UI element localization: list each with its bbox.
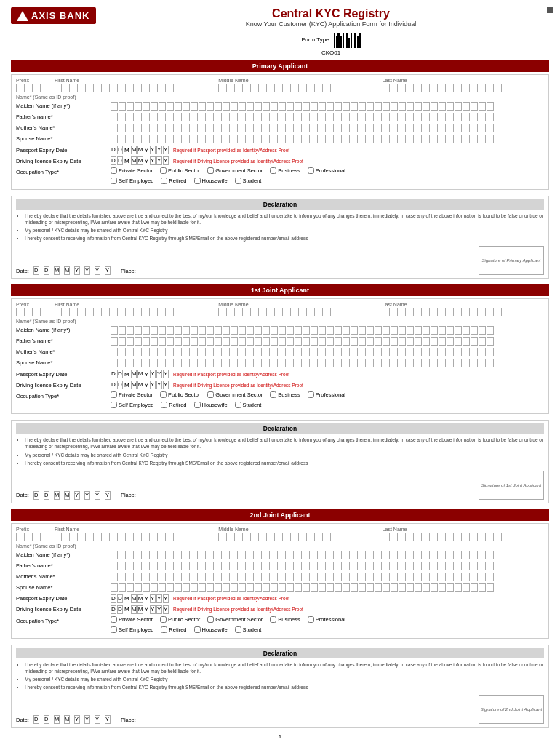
p-mn-3[interactable] bbox=[234, 84, 241, 92]
p-ln-7[interactable] bbox=[431, 84, 438, 92]
p-maiden-21[interactable] bbox=[271, 102, 278, 111]
p-fn-11[interactable] bbox=[135, 84, 142, 92]
p-fn-4[interactable] bbox=[79, 84, 86, 92]
p-mn-6[interactable] bbox=[258, 84, 265, 92]
p-ln-12[interactable] bbox=[471, 84, 478, 92]
p-mn-9[interactable] bbox=[282, 84, 289, 92]
p-maiden-30[interactable] bbox=[343, 102, 350, 111]
j2-occ-self[interactable]: Self Employed bbox=[111, 626, 153, 633]
p-fn-13[interactable] bbox=[151, 84, 158, 92]
p-maiden-38[interactable] bbox=[407, 102, 414, 111]
p-mn-2[interactable] bbox=[226, 84, 233, 92]
j2-occ-public[interactable]: Public Sector bbox=[160, 616, 200, 623]
p-pass-d1[interactable]: D bbox=[111, 146, 116, 154]
p-ln-8[interactable] bbox=[439, 84, 446, 92]
occ-private[interactable]: Private Sector bbox=[111, 167, 153, 174]
p-ln-4[interactable] bbox=[407, 84, 414, 92]
p-ln-11[interactable] bbox=[463, 84, 470, 92]
p-mn-4[interactable] bbox=[242, 84, 249, 92]
p-maiden-18[interactable] bbox=[247, 102, 254, 111]
p-maiden-16[interactable] bbox=[231, 102, 238, 111]
p-fn-8[interactable] bbox=[111, 84, 118, 92]
j2-occ-retired[interactable]: Retired bbox=[161, 626, 186, 633]
p-ln-14[interactable] bbox=[487, 84, 494, 92]
p-maiden-47[interactable] bbox=[479, 102, 486, 111]
p-maiden-20[interactable] bbox=[263, 102, 270, 111]
p-maiden-1[interactable] bbox=[111, 102, 118, 111]
prefix-box-3[interactable] bbox=[32, 84, 39, 92]
p-mn-1[interactable] bbox=[218, 84, 225, 92]
occ-housewife-checkbox[interactable] bbox=[194, 178, 201, 184]
occ-business[interactable]: Business bbox=[270, 167, 300, 174]
p-fn-12[interactable] bbox=[143, 84, 150, 92]
p-maiden-19[interactable] bbox=[255, 102, 262, 111]
p-fn-15[interactable] bbox=[167, 84, 174, 92]
p-maiden-14[interactable] bbox=[215, 102, 222, 111]
p-ln-1[interactable] bbox=[383, 84, 390, 92]
p-maiden-28[interactable] bbox=[327, 102, 334, 111]
p-maiden-23[interactable] bbox=[287, 102, 294, 111]
prefix-box-2[interactable] bbox=[24, 84, 31, 92]
p-maiden-8[interactable] bbox=[167, 102, 174, 111]
p-maiden-9[interactable] bbox=[175, 102, 182, 111]
p-fn-14[interactable] bbox=[159, 84, 166, 92]
j2-occ-professional[interactable]: Professional bbox=[308, 616, 345, 623]
p-maiden-46[interactable] bbox=[471, 102, 478, 111]
j1-occ-self[interactable]: Self Employed bbox=[111, 402, 153, 408]
occ-private-checkbox[interactable] bbox=[111, 167, 117, 174]
p-fn-5[interactable] bbox=[87, 84, 94, 92]
p-mn-11[interactable] bbox=[298, 84, 305, 92]
occ-student[interactable]: Student bbox=[235, 178, 262, 184]
p-maiden-43[interactable] bbox=[447, 102, 454, 111]
p-maiden-4[interactable] bbox=[135, 102, 142, 111]
p-maiden-44[interactable] bbox=[455, 102, 462, 111]
p-maiden-11[interactable] bbox=[191, 102, 198, 111]
p-maiden-33[interactable] bbox=[367, 102, 374, 111]
p-fn-3[interactable] bbox=[71, 84, 78, 92]
p-maiden-2[interactable] bbox=[119, 102, 126, 111]
p-mn-7[interactable] bbox=[266, 84, 273, 92]
p-mn-15[interactable] bbox=[330, 84, 337, 92]
occ-self[interactable]: Self Employed bbox=[111, 178, 153, 184]
j2-occ-housewife[interactable]: Housewife bbox=[194, 626, 228, 633]
p-maiden-13[interactable] bbox=[207, 102, 214, 111]
prefix-box-4[interactable] bbox=[40, 84, 47, 92]
p-mn-14[interactable] bbox=[322, 84, 329, 92]
p-maiden-35[interactable] bbox=[383, 102, 390, 111]
j2-occ-student[interactable]: Student bbox=[235, 626, 262, 633]
p-mn-5[interactable] bbox=[250, 84, 257, 92]
p-maiden-10[interactable] bbox=[183, 102, 190, 111]
p-maiden-34[interactable] bbox=[375, 102, 382, 111]
p-ln-10[interactable] bbox=[455, 84, 462, 92]
occ-retired[interactable]: Retired bbox=[161, 178, 186, 184]
p-ln-5[interactable] bbox=[415, 84, 422, 92]
j1-occ-housewife[interactable]: Housewife bbox=[194, 402, 228, 408]
p-maiden-48[interactable] bbox=[487, 102, 494, 111]
p-mn-13[interactable] bbox=[314, 84, 321, 92]
p-mn-10[interactable] bbox=[290, 84, 297, 92]
p-fn-9[interactable] bbox=[119, 84, 126, 92]
p-maiden-37[interactable] bbox=[399, 102, 406, 111]
occ-business-checkbox[interactable] bbox=[270, 167, 276, 174]
j2-occ-business[interactable]: Business bbox=[270, 616, 300, 623]
j2-occ-govt[interactable]: Government Sector bbox=[207, 616, 263, 623]
p-fn-2[interactable] bbox=[63, 84, 70, 92]
j1-occ-business[interactable]: Business bbox=[270, 391, 300, 398]
occ-student-checkbox[interactable] bbox=[235, 178, 241, 184]
p-ln-13[interactable] bbox=[479, 84, 486, 92]
j1-occ-professional[interactable]: Professional bbox=[308, 391, 345, 398]
p-maiden-26[interactable] bbox=[311, 102, 318, 111]
p-maiden-25[interactable] bbox=[303, 102, 310, 111]
p-maiden-40[interactable] bbox=[423, 102, 430, 111]
p-ln-15[interactable] bbox=[495, 84, 502, 92]
p-maiden-39[interactable] bbox=[415, 102, 422, 111]
occ-govt-checkbox[interactable] bbox=[207, 167, 214, 174]
p-maiden-7[interactable] bbox=[159, 102, 166, 111]
j1-occ-public[interactable]: Public Sector bbox=[160, 391, 200, 398]
p-maiden-6[interactable] bbox=[151, 102, 158, 111]
j1-occ-student[interactable]: Student bbox=[235, 402, 262, 408]
p-maiden-5[interactable] bbox=[143, 102, 150, 111]
p-maiden-29[interactable] bbox=[335, 102, 342, 111]
occ-housewife[interactable]: Housewife bbox=[194, 178, 228, 184]
occ-self-checkbox[interactable] bbox=[111, 178, 117, 184]
